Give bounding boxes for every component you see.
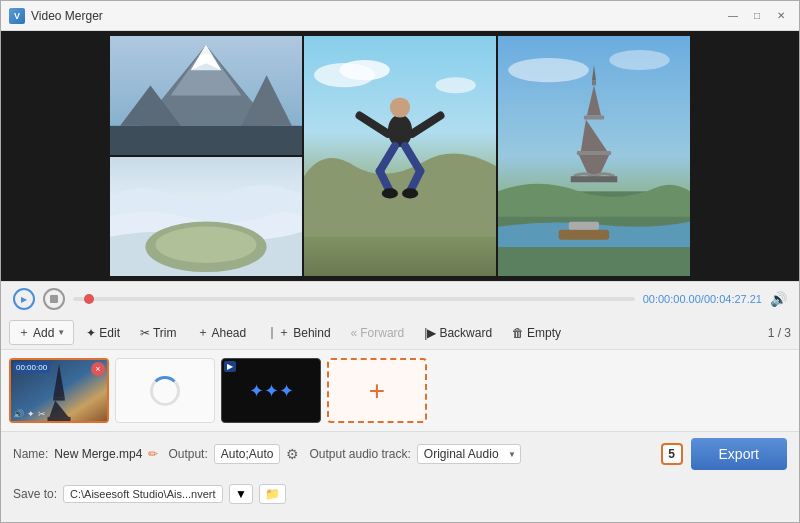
svg-point-16 [388,115,412,147]
timeline-close-1[interactable]: × [91,362,105,376]
save-to-field: Save to: ▼ 📁 [13,484,286,504]
svg-point-17 [390,97,410,117]
trim-icon: ✂ [140,326,150,340]
video-cell-person [304,36,496,276]
bottom-bar: Name: New Merge.mp4 ✏ Output: Auto;Auto … [1,431,799,510]
volume-icon[interactable]: 🔊 [770,291,787,307]
ahead-button[interactable]: ＋ Ahead [189,321,255,344]
timeline-video-icon: ▶ [224,361,236,372]
timeline-area: 00:00:00 × 🔊 ✦ ✂ ▶ ✦✦✦ + [1,350,799,431]
save-path-input[interactable] [63,485,223,503]
trash-icon: 🗑 [512,326,524,340]
eiffel-image [498,36,690,276]
person-image [304,36,496,276]
bottom-row-1: Name: New Merge.mp4 ✏ Output: Auto;Auto … [13,438,787,470]
svg-rect-35 [584,116,604,120]
timeline-item-1[interactable]: 00:00:00 × 🔊 ✦ ✂ [9,358,109,423]
svg-point-25 [402,188,418,198]
svg-point-28 [609,50,670,70]
svg-rect-43 [47,417,70,421]
stop-button[interactable] [43,288,65,310]
timeline-add-button[interactable]: + [327,358,427,423]
page-indicator: 1 / 3 [768,326,791,340]
edit-icon: ✦ [86,326,96,340]
name-label: Name: [13,447,48,461]
audio-track-label: Output audio track: [309,447,410,461]
svg-point-15 [435,77,475,93]
edit-button[interactable]: ✦ Edit [78,323,128,343]
svg-rect-41 [53,398,65,401]
progress-bar[interactable] [73,297,635,301]
star-icon: ✦ [27,409,35,419]
add-icon: ＋ [18,324,30,341]
add-plus-icon: + [369,375,385,407]
preview-area [1,31,799,281]
maximize-button[interactable]: □ [747,6,767,26]
backward-button[interactable]: |▶ Backward [416,323,500,343]
svg-point-27 [508,58,589,82]
audio-select[interactable]: Original Audio No Audio Custom Audio [417,444,521,464]
toolbar: ＋ Add ▼ ✦ Edit ✂ Trim ＋ Ahead ｜＋ Behind … [1,316,799,350]
timeline-time-1: 00:00:00 [13,362,50,373]
output-settings-icon[interactable]: ⚙ [286,446,299,462]
stop-icon [50,295,58,303]
svg-rect-8 [110,126,302,155]
save-path-dropdown[interactable]: ▼ [229,484,253,504]
main-window: V Video Merger — □ ✕ [0,0,800,523]
forward-icon: « [351,326,358,340]
behind-icon: ｜＋ [266,324,290,341]
name-field: Name: New Merge.mp4 ✏ [13,447,158,461]
playback-bar: ▶ 00:00:00.00/00:04:27.21 🔊 [1,281,799,316]
window-controls: — □ ✕ [723,6,791,26]
svg-rect-37 [577,151,611,155]
export-section: 5 Export [661,438,787,470]
video-cell-mountain-bottom [110,157,302,276]
video-grid [110,36,690,276]
svg-rect-33 [592,80,596,85]
ahead-icon: ＋ [197,324,209,341]
backward-icon: |▶ [424,326,436,340]
mountain-top-image [110,36,302,155]
window-title: Video Merger [31,9,723,23]
empty-button[interactable]: 🗑 Empty [504,323,569,343]
audio-icon: 🔊 [13,409,24,419]
close-button[interactable]: ✕ [771,6,791,26]
svg-point-14 [339,60,390,80]
timeline-icons-1: 🔊 ✦ ✂ [13,409,46,419]
svg-rect-31 [569,222,599,230]
name-edit-icon[interactable]: ✏ [148,447,158,461]
svg-point-24 [382,188,398,198]
app-icon: V [9,8,25,24]
loading-spinner [150,376,180,406]
save-dropdown-wrapper: ▼ [229,484,253,504]
title-bar: V Video Merger — □ ✕ [1,1,799,31]
step-badge: 5 [661,443,683,465]
audio-track-field: Output audio track: Original Audio No Au… [309,444,520,464]
add-dropdown-arrow: ▼ [57,328,65,337]
save-to-label: Save to: [13,487,57,501]
video-cell-eiffel [498,36,690,276]
timeline-item-2 [115,358,215,423]
video-cell-mountain-top [110,36,302,155]
output-field: Output: Auto;Auto ⚙ [168,444,299,464]
audio-select-wrapper: Original Audio No Audio Custom Audio ▼ [417,444,521,464]
time-display: 00:00:00.00/00:04:27.21 [643,293,762,305]
browse-folder-button[interactable]: 📁 [259,484,286,504]
cut-icon: ✂ [38,409,46,419]
output-label: Output: [168,447,207,461]
add-button[interactable]: ＋ Add ▼ [9,320,74,345]
play-button[interactable]: ▶ [13,288,35,310]
export-button[interactable]: Export [691,438,787,470]
output-value: Auto;Auto [214,444,281,464]
svg-rect-30 [559,230,610,240]
timeline-item-3[interactable]: ▶ ✦✦✦ [221,358,321,423]
progress-handle[interactable] [84,294,94,304]
mountain-bottom-image [110,157,302,276]
svg-rect-38 [571,176,617,182]
starfield-icon: ✦✦✦ [249,380,294,402]
svg-point-11 [155,227,256,263]
behind-button[interactable]: ｜＋ Behind [258,321,338,344]
minimize-button[interactable]: — [723,6,743,26]
trim-button[interactable]: ✂ Trim [132,323,185,343]
forward-button[interactable]: « Forward [343,323,413,343]
